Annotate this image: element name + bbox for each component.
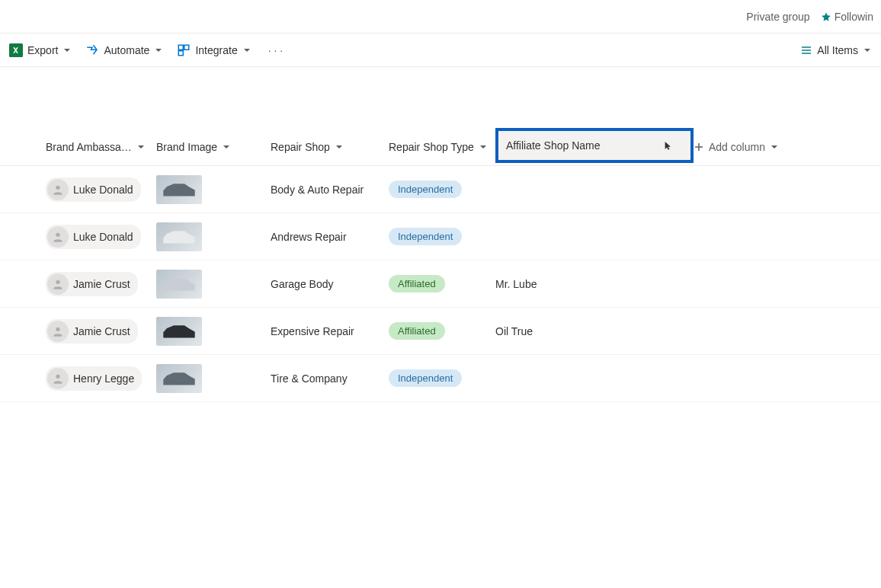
table-row[interactable]: Luke Donald Andrews Repair Independent bbox=[0, 213, 881, 260]
column-header-label: Brand Ambassa… bbox=[46, 141, 132, 153]
brand-image-thumb[interactable] bbox=[156, 175, 202, 204]
type-pill: Independent bbox=[389, 228, 462, 245]
cursor-icon bbox=[664, 140, 674, 151]
avatar bbox=[47, 321, 69, 342]
star-icon bbox=[821, 11, 831, 22]
svg-point-7 bbox=[56, 185, 59, 189]
person-name: Jamie Crust bbox=[73, 278, 130, 290]
person-chip[interactable]: Luke Donald bbox=[46, 225, 141, 249]
follow-label: Followin bbox=[835, 11, 873, 23]
integrate-icon bbox=[177, 43, 191, 57]
repair-shop-cell: Body & Auto Repair bbox=[271, 184, 364, 196]
person-name: Jamie Crust bbox=[73, 325, 130, 337]
person-chip[interactable]: Luke Donald bbox=[46, 177, 141, 202]
chevron-down-icon bbox=[136, 142, 146, 152]
chevron-down-icon bbox=[863, 46, 872, 55]
integrate-button[interactable]: Integrate bbox=[177, 43, 251, 57]
brand-image-thumb[interactable] bbox=[156, 270, 202, 299]
affiliate-cell: Oil True bbox=[495, 325, 533, 337]
chevron-down-icon bbox=[770, 142, 779, 152]
table-row[interactable]: Henry Legge Tire & Company Independent bbox=[0, 355, 881, 402]
column-header-label: Brand Image bbox=[156, 141, 217, 153]
export-label: Export bbox=[27, 44, 58, 56]
column-header-label: Repair Shop bbox=[271, 141, 330, 153]
table-row[interactable]: Jamie Crust Expensive Repair Affiliated … bbox=[0, 308, 881, 355]
type-pill: Independent bbox=[389, 369, 462, 387]
view-selector-label: All Items bbox=[817, 44, 858, 56]
column-header-image[interactable]: Brand Image bbox=[156, 141, 271, 153]
svg-point-10 bbox=[56, 327, 59, 331]
add-column-label: Add column bbox=[709, 141, 765, 153]
chevron-down-icon bbox=[335, 142, 344, 152]
repair-shop-cell: Tire & Company bbox=[271, 372, 348, 385]
brand-image-thumb[interactable] bbox=[156, 364, 202, 393]
svg-point-9 bbox=[56, 280, 59, 283]
add-column-button[interactable]: Add column bbox=[694, 141, 815, 153]
column-header-repair-type[interactable]: Repair Shop Type bbox=[389, 141, 495, 153]
type-pill: Independent bbox=[389, 181, 462, 198]
person-name: Luke Donald bbox=[73, 231, 133, 243]
type-pill: Affiliated bbox=[389, 275, 445, 292]
type-pill: Affiliated bbox=[389, 322, 445, 340]
svg-rect-3 bbox=[179, 50, 184, 55]
avatar bbox=[47, 179, 69, 200]
svg-rect-1 bbox=[179, 45, 184, 50]
more-button[interactable]: · · · bbox=[265, 44, 286, 56]
automate-icon bbox=[85, 43, 99, 57]
column-name-input[interactable] bbox=[506, 139, 673, 152]
view-selector[interactable]: All Items bbox=[800, 44, 872, 56]
column-header-repair-shop[interactable]: Repair Shop bbox=[271, 141, 389, 153]
avatar bbox=[47, 273, 69, 295]
repair-shop-cell: Expensive Repair bbox=[271, 325, 354, 337]
integrate-label: Integrate bbox=[195, 44, 237, 56]
chevron-down-icon bbox=[222, 142, 231, 152]
svg-point-8 bbox=[56, 232, 59, 236]
excel-icon bbox=[9, 43, 23, 57]
svg-rect-2 bbox=[184, 45, 189, 50]
automate-button[interactable]: Automate bbox=[85, 43, 163, 57]
follow-button[interactable]: Followin bbox=[821, 11, 873, 23]
brand-image-thumb[interactable] bbox=[156, 222, 202, 251]
chevron-down-icon bbox=[62, 46, 72, 55]
person-chip[interactable]: Jamie Crust bbox=[46, 272, 138, 296]
svg-point-11 bbox=[56, 374, 59, 378]
person-chip[interactable]: Jamie Crust bbox=[46, 319, 138, 344]
column-header-label: Repair Shop Type bbox=[389, 141, 474, 153]
person-name: Luke Donald bbox=[73, 184, 133, 196]
list-view-icon bbox=[800, 44, 812, 56]
repair-shop-cell: Garage Body bbox=[271, 278, 334, 290]
column-header-affiliate-editing[interactable] bbox=[495, 128, 694, 163]
column-header-ambassador[interactable]: Brand Ambassa… bbox=[46, 141, 156, 153]
brand-image-thumb[interactable] bbox=[156, 317, 202, 346]
private-group-label: Private group bbox=[746, 11, 809, 23]
top-bar: Private group Followin bbox=[0, 0, 881, 34]
affiliate-cell: Mr. Lube bbox=[495, 278, 537, 290]
list-area: Brand Ambassa… Brand Image Repair Shop R… bbox=[0, 67, 881, 402]
automate-label: Automate bbox=[104, 44, 149, 56]
chevron-down-icon bbox=[479, 142, 488, 152]
repair-shop-cell: Andrews Repair bbox=[271, 231, 347, 243]
column-header-row: Brand Ambassa… Brand Image Repair Shop R… bbox=[0, 128, 881, 166]
table-row[interactable]: Jamie Crust Garage Body Affiliated Mr. L… bbox=[0, 260, 881, 308]
chevron-down-icon bbox=[242, 46, 251, 55]
person-name: Henry Legge bbox=[73, 372, 134, 385]
person-chip[interactable]: Henry Legge bbox=[46, 366, 142, 391]
command-bar: Export Automate Integrate · · · All Item… bbox=[0, 34, 881, 67]
plus-icon bbox=[694, 142, 704, 152]
table-row[interactable]: Luke Donald Body & Auto Repair Independe… bbox=[0, 166, 881, 213]
avatar bbox=[47, 368, 69, 389]
export-button[interactable]: Export bbox=[9, 43, 72, 57]
chevron-down-icon bbox=[154, 46, 163, 55]
avatar bbox=[47, 226, 69, 248]
